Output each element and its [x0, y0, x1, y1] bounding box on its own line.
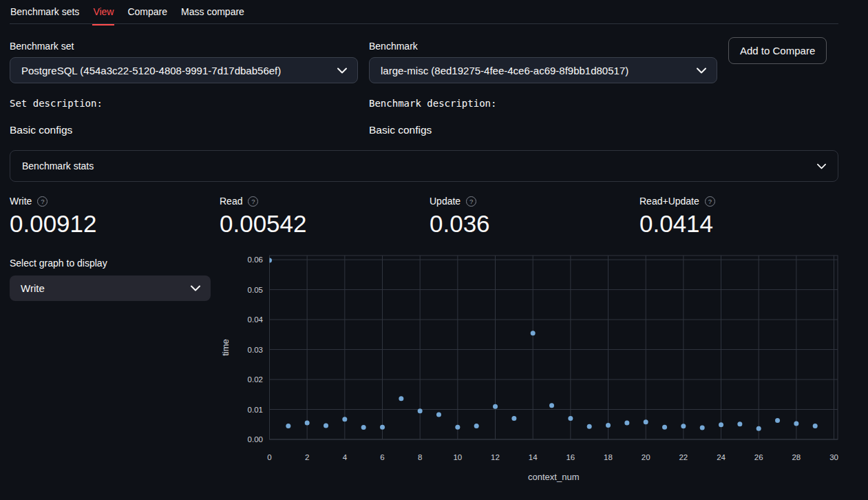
metric-write: Write ? 0.00912	[10, 196, 209, 238]
help-icon[interactable]: ?	[37, 196, 47, 207]
data-point	[700, 426, 705, 430]
data-point	[455, 425, 460, 430]
data-point	[662, 425, 667, 430]
data-point	[568, 416, 573, 421]
svg-text:30: 30	[829, 453, 838, 461]
metric-read-update-value: 0.0414	[639, 210, 838, 238]
tab-compare[interactable]: Compare	[127, 0, 168, 25]
benchmark-description-value: Basic configs	[369, 124, 432, 136]
svg-text:0.06: 0.06	[248, 256, 263, 264]
svg-text:16: 16	[566, 453, 575, 461]
chevron-down-icon	[816, 163, 827, 169]
svg-text:20: 20	[642, 453, 650, 461]
svg-text:0: 0	[267, 453, 271, 461]
help-icon[interactable]: ?	[248, 196, 258, 207]
data-point	[531, 331, 536, 335]
help-icon[interactable]: ?	[466, 196, 476, 207]
graph-select[interactable]: Write	[10, 275, 211, 301]
data-point	[342, 417, 347, 421]
svg-text:26: 26	[754, 453, 763, 461]
data-point	[380, 425, 385, 430]
graph-select-value: Write	[21, 282, 45, 294]
data-point	[549, 403, 554, 408]
benchmark-set-label: Benchmark set	[10, 41, 74, 52]
benchmark-stats-expander-label: Benchmark stats	[22, 160, 94, 171]
svg-text:context_num: context_num	[528, 472, 579, 482]
tab-bar: Benchmark sets View Compare Mass compare	[10, 0, 245, 25]
data-point	[737, 421, 742, 426]
set-description-value: Basic configs	[10, 124, 72, 136]
metric-update-label: Update	[430, 196, 461, 207]
data-point	[794, 421, 798, 426]
metric-read-value: 0.00542	[220, 210, 419, 238]
svg-text:0.02: 0.02	[248, 375, 263, 384]
data-point	[511, 416, 516, 421]
add-to-compare-button[interactable]: Add to Compare	[728, 37, 827, 64]
svg-text:22: 22	[679, 453, 688, 461]
chevron-down-icon	[190, 285, 201, 291]
benchmark-description-label: Benchmark description:	[369, 98, 496, 109]
data-point	[624, 421, 629, 426]
help-icon[interactable]: ?	[705, 196, 715, 207]
svg-text:2: 2	[305, 453, 309, 461]
data-point	[305, 421, 310, 426]
metric-read-update: Read+Update ? 0.0414	[639, 196, 838, 238]
svg-text:0.03: 0.03	[248, 346, 263, 354]
svg-text:0.00: 0.00	[248, 435, 263, 444]
scatter-plot-svg: 0246810121416182022242628300.000.010.020…	[219, 248, 842, 496]
data-point	[813, 424, 818, 428]
svg-text:0.01: 0.01	[248, 406, 263, 414]
app-page: Benchmark sets View Compare Mass compare…	[0, 0, 868, 500]
data-point	[587, 424, 592, 429]
benchmark-set-select-value: PostgreSQL (454a3c22-5120-4808-9991-7d17…	[21, 65, 281, 76]
svg-text:24: 24	[717, 453, 726, 461]
svg-text:8: 8	[418, 453, 422, 461]
data-point	[644, 419, 648, 424]
chevron-down-icon	[337, 67, 348, 74]
benchmark-select[interactable]: large-misc (8ed19275-4fee-4ce6-ac69-8f9b…	[369, 57, 717, 83]
data-point	[606, 423, 611, 428]
svg-text:28: 28	[792, 453, 801, 461]
metric-update: Update ? 0.036	[430, 196, 628, 238]
svg-text:18: 18	[604, 453, 613, 461]
data-point	[756, 426, 761, 431]
data-point	[719, 422, 723, 427]
tab-benchmark-sets[interactable]: Benchmark sets	[10, 0, 80, 25]
data-point	[267, 258, 272, 262]
data-point	[361, 425, 366, 430]
svg-text:10: 10	[453, 453, 462, 461]
svg-text:0.05: 0.05	[248, 286, 263, 294]
tab-divider	[10, 23, 838, 24]
svg-text:12: 12	[491, 453, 500, 461]
data-point	[436, 412, 441, 417]
metric-read-label: Read	[220, 196, 242, 207]
data-point	[324, 423, 328, 428]
svg-text:4: 4	[343, 453, 348, 461]
data-point	[775, 418, 780, 423]
tab-mass-compare[interactable]: Mass compare	[180, 0, 245, 25]
svg-text:6: 6	[380, 453, 384, 461]
metric-update-value: 0.036	[430, 210, 628, 238]
data-point	[493, 404, 498, 409]
data-point	[399, 396, 403, 401]
data-point	[286, 424, 290, 428]
benchmark-stats-expander[interactable]: Benchmark stats	[10, 150, 838, 182]
benchmark-select-value: large-misc (8ed19275-4fee-4ce6-ac69-8f9b…	[381, 65, 628, 76]
svg-text:14: 14	[529, 453, 538, 461]
metric-read: Read ? 0.00542	[220, 196, 419, 238]
metric-read-update-label: Read+Update	[639, 196, 699, 207]
chevron-down-icon	[696, 67, 707, 74]
metric-write-value: 0.00912	[10, 210, 209, 238]
benchmark-label: Benchmark	[369, 41, 418, 52]
write-scatter-chart: 0246810121416182022242628300.000.010.020…	[219, 248, 842, 496]
data-point	[681, 424, 686, 428]
graph-select-label: Select graph to display	[10, 258, 107, 269]
svg-text:time: time	[220, 339, 231, 356]
metric-write-label: Write	[10, 196, 32, 207]
set-description-label: Set description:	[10, 98, 103, 109]
benchmark-set-select[interactable]: PostgreSQL (454a3c22-5120-4808-9991-7d17…	[10, 57, 358, 83]
svg-text:0.04: 0.04	[248, 315, 264, 324]
tab-view[interactable]: View	[92, 0, 114, 25]
data-point	[418, 408, 423, 413]
data-point	[474, 424, 479, 428]
